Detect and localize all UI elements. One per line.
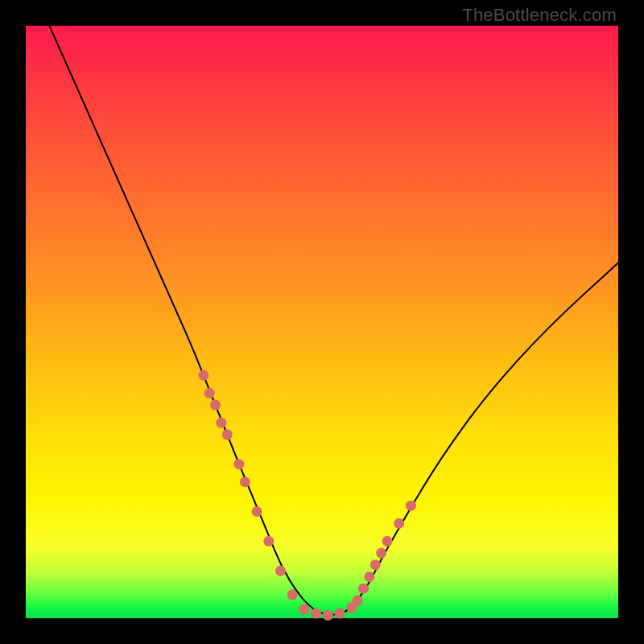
data-point <box>198 370 208 381</box>
data-point <box>311 609 321 619</box>
data-point <box>358 584 369 594</box>
data-point <box>216 418 226 428</box>
chart-frame: TheBottleneck.com <box>0 0 644 644</box>
data-point <box>370 559 381 570</box>
data-point <box>240 477 250 487</box>
data-point <box>299 604 309 614</box>
data-point <box>335 609 345 619</box>
data-point <box>323 610 333 621</box>
data-point <box>364 572 374 582</box>
data-point <box>263 536 274 547</box>
data-point <box>204 388 215 398</box>
data-point <box>210 400 221 411</box>
data-point <box>353 595 363 605</box>
data-point <box>376 548 386 559</box>
plot-area <box>26 26 618 618</box>
data-point <box>233 459 244 469</box>
data-point <box>287 589 298 600</box>
bottleneck-curve <box>49 26 618 614</box>
data-point <box>394 518 404 529</box>
data-point <box>382 536 392 547</box>
watermark-text: TheBottleneck.com <box>462 5 617 26</box>
marker-layer <box>198 370 416 621</box>
data-point <box>406 501 416 511</box>
data-point <box>252 506 262 517</box>
curve-layer <box>26 26 618 618</box>
data-point <box>222 429 233 440</box>
data-point <box>275 566 286 576</box>
